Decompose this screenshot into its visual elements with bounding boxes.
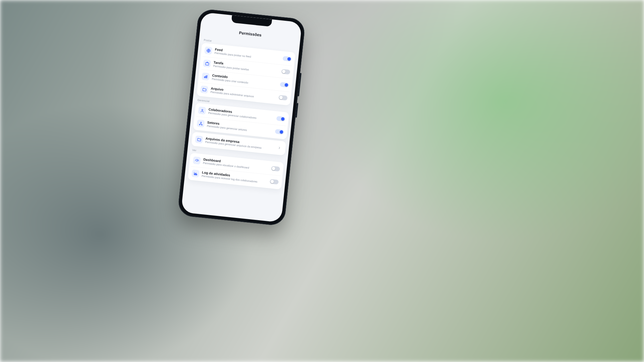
toggle-feed[interactable]: [282, 56, 291, 62]
background: [0, 0, 644, 362]
folder-icon: [195, 135, 203, 143]
svg-rect-4: [206, 75, 207, 78]
globe-icon: [204, 47, 212, 55]
row-labels: Arquivos da empresa Permissão para geren…: [205, 137, 274, 151]
svg-rect-11: [195, 173, 196, 174]
svg-rect-1: [205, 62, 209, 65]
page-title: Permissões: [239, 31, 262, 38]
svg-rect-2: [204, 76, 205, 78]
user-icon: [198, 107, 206, 115]
toggle-colaboradores[interactable]: [276, 116, 285, 122]
folder-icon: [200, 85, 208, 94]
toggle-conteudo[interactable]: [280, 82, 289, 88]
gauge-icon: [193, 157, 201, 165]
toggle-setores[interactable]: [275, 129, 284, 135]
toggle-log-atividades[interactable]: [270, 179, 279, 185]
content: Postar Feed Permissão para postar no fee…: [181, 36, 300, 223]
briefcase-icon: [203, 59, 211, 67]
network-icon: [197, 119, 205, 127]
phone: Permissões Postar Feed Permissão para po…: [177, 8, 306, 226]
toggle-arquivo[interactable]: [278, 95, 287, 101]
app: Permissões Postar Feed Permissão para po…: [181, 12, 302, 223]
svg-rect-10: [195, 173, 195, 174]
chevron-left-icon: [209, 26, 209, 33]
svg-point-5: [202, 109, 203, 111]
chevron-right-icon: [277, 146, 282, 150]
chart-icon: [192, 169, 200, 177]
svg-rect-12: [196, 174, 197, 174]
back-button[interactable]: [205, 25, 213, 34]
section-card-postar: Feed Permissão para postar no feed Taref…: [197, 43, 296, 106]
toggle-dashboard[interactable]: [271, 166, 280, 172]
svg-rect-3: [205, 76, 206, 78]
toggle-tarefa[interactable]: [281, 69, 290, 75]
phone-screen: Permissões Postar Feed Permissão para po…: [181, 12, 302, 223]
bars-icon: [202, 72, 210, 80]
